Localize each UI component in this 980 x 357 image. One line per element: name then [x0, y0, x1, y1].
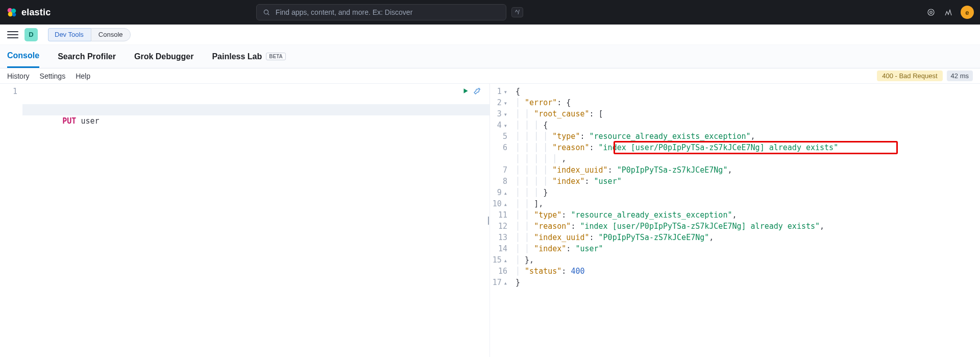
fold-toggle-icon[interactable]: ▾ — [504, 88, 507, 96]
line-number: 6 — [490, 142, 512, 153]
tab-painless-label: Painless Lab — [212, 52, 262, 61]
line-number: 1 — [0, 86, 22, 97]
response-line: │ │ │ │ "reason": "index [user/P0pIpPyTS… — [512, 142, 980, 153]
response-status-badge: 400 - Bad Request — [877, 70, 942, 81]
wrench-icon[interactable] — [473, 87, 481, 97]
line-number: 17▴ — [490, 277, 512, 288]
svg-point-4 — [264, 10, 268, 14]
request-path: user — [81, 116, 99, 126]
line-number: 11 — [490, 209, 512, 221]
search-kbd-hint: ^/ — [511, 7, 523, 17]
response-line: │ │ "index_uuid": "P0pIpPyTSa-zS7kJCeE7N… — [512, 232, 980, 243]
line-number: 12 — [490, 221, 512, 232]
response-line: │ │ "index": "user" — [512, 243, 980, 254]
response-line: │ │ │ │ "index": "user" — [512, 176, 980, 187]
response-line: │ │ │ │ "index_uuid": "P0pIpPyTSa-zS7kJC… — [512, 164, 980, 176]
app-topbar: elastic ^/ e — [0, 0, 980, 25]
response-line: │ │ "reason": "index [user/P0pIpPyTSa-zS… — [512, 221, 980, 232]
line-number: 2▾ — [490, 97, 512, 108]
response-line: │ │ │ │ │ , — [512, 153, 980, 164]
line-number: 14 — [490, 243, 512, 254]
response-line: │ │ │ { — [512, 120, 980, 131]
product-name: elastic — [21, 7, 51, 18]
response-line: │ }, — [512, 254, 980, 266]
line-number: 3▾ — [490, 108, 512, 120]
line-number: 13 — [490, 232, 512, 243]
global-search: ^/ — [256, 4, 523, 20]
response-line: │ │ │ │ "type": "resource_already_exists… — [512, 131, 980, 142]
editor-split: 1 PUT user 1▾2▾3▾4▾56789▴10▴1112131415▴1… — [0, 84, 980, 357]
response-line: │ │ "root_cause": [ — [512, 108, 980, 120]
tab-search-profiler[interactable]: Search Profiler — [58, 45, 116, 68]
tab-grok-debugger[interactable]: Grok Debugger — [134, 45, 193, 68]
toolbar-settings[interactable]: Settings — [40, 72, 66, 80]
tab-console[interactable]: Console — [7, 45, 39, 68]
tab-painless-lab[interactable]: Painless Lab BETA — [212, 45, 285, 68]
tool-tabs: Console Search Profiler Grok Debugger Pa… — [0, 45, 980, 68]
secondary-header: D Dev Tools Console — [0, 25, 980, 45]
breadcrumb-devtools[interactable]: Dev Tools — [48, 28, 91, 41]
breadcrumb: Dev Tools Console — [48, 28, 131, 41]
http-method: PUT — [62, 116, 76, 126]
user-avatar[interactable]: e — [961, 6, 974, 19]
fold-toggle-icon[interactable]: ▾ — [504, 100, 507, 107]
response-line: │ │ "type": "resource_already_exists_exc… — [512, 209, 980, 221]
toolbar-help[interactable]: Help — [76, 72, 90, 80]
global-search-box[interactable] — [256, 4, 506, 20]
response-line: │ │ │ } — [512, 187, 980, 198]
nav-toggle-icon[interactable] — [7, 29, 18, 40]
response-time-badge: 42 ms — [947, 70, 973, 81]
response-line: { — [512, 86, 980, 97]
elastic-logo-icon — [6, 7, 17, 18]
console-toolbar: History Settings Help 400 - Bad Request … — [0, 68, 980, 84]
response-line: │ │ ], — [512, 198, 980, 209]
toolbar-history[interactable]: History — [7, 72, 30, 80]
beta-badge: BETA — [266, 53, 285, 60]
line-number: 8 — [490, 176, 512, 187]
line-number: 10▴ — [490, 198, 512, 209]
line-number: 7 — [490, 164, 512, 176]
fold-toggle-icon[interactable]: ▴ — [504, 201, 507, 208]
svg-point-7 — [930, 11, 933, 14]
svg-rect-8 — [488, 217, 489, 225]
response-viewer[interactable]: 1▾2▾3▾4▾56789▴10▴1112131415▴1617▴ {│ "er… — [490, 84, 980, 357]
response-line: │ "error": { — [512, 97, 980, 108]
space-selector[interactable]: D — [24, 28, 38, 41]
line-number: 9▴ — [490, 187, 512, 198]
newsfeed-icon[interactable] — [926, 7, 936, 17]
line-number: 1▾ — [490, 86, 512, 97]
svg-point-2 — [8, 12, 13, 16]
fold-toggle-icon[interactable]: ▴ — [504, 279, 507, 287]
line-number — [490, 153, 512, 164]
line-number: 4▾ — [490, 120, 512, 131]
topbar-actions: e — [926, 6, 974, 19]
fold-toggle-icon[interactable]: ▴ — [504, 257, 507, 264]
line-number: 15▴ — [490, 254, 512, 266]
svg-point-3 — [12, 13, 16, 16]
breadcrumb-console[interactable]: Console — [91, 28, 131, 41]
response-code[interactable]: {│ "error": {│ │ "root_cause": [│ │ │ {│… — [512, 84, 980, 357]
svg-line-5 — [268, 14, 270, 15]
request-editor[interactable]: 1 PUT user — [0, 84, 490, 357]
request-line[interactable]: PUT user — [22, 104, 489, 115]
search-input[interactable] — [276, 8, 501, 16]
fold-toggle-icon[interactable]: ▾ — [504, 122, 507, 129]
response-line: } — [512, 277, 980, 288]
fold-toggle-icon[interactable]: ▴ — [504, 189, 507, 197]
response-gutter: 1▾2▾3▾4▾56789▴10▴1112131415▴1617▴ — [490, 84, 512, 357]
play-icon[interactable] — [462, 87, 469, 96]
line-number: 5 — [490, 131, 512, 142]
help-icon[interactable] — [943, 7, 953, 17]
request-code[interactable]: PUT user — [22, 84, 489, 357]
request-gutter: 1 — [0, 84, 22, 357]
svg-point-6 — [928, 9, 934, 15]
response-line: │ "status": 400 — [512, 266, 980, 277]
elastic-logo[interactable]: elastic — [6, 7, 51, 18]
search-icon — [262, 7, 272, 17]
fold-toggle-icon[interactable]: ▾ — [504, 111, 507, 118]
line-number: 16 — [490, 266, 512, 277]
request-actions — [462, 87, 481, 97]
